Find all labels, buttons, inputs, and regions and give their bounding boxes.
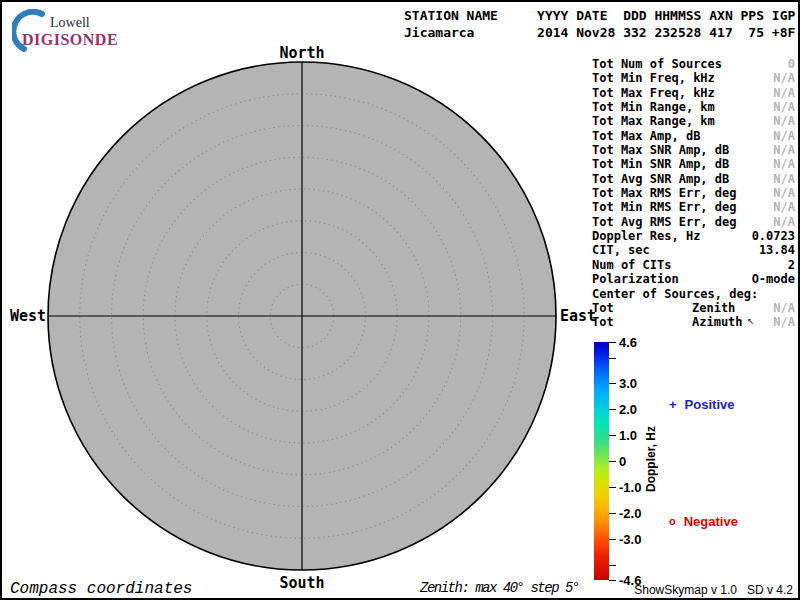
compass-label-north: North bbox=[279, 44, 324, 62]
colorbar-axis-title: Doppler, Hz bbox=[644, 426, 658, 492]
stat-row: Doppler Res, Hz0.0723 bbox=[592, 229, 795, 243]
colorbar-tick bbox=[609, 539, 616, 540]
stat-row: Tot Avg RMS Err, degN/A bbox=[592, 215, 795, 229]
negative-doppler-legend: oNegative bbox=[669, 514, 738, 529]
stat-row: Tot Avg SNR Amp, dBN/A bbox=[592, 172, 795, 186]
mouse-cursor: ↖ bbox=[747, 313, 754, 327]
stat-row: Tot Min SNR Amp, dBN/A bbox=[592, 157, 795, 171]
skymap-polar-plot bbox=[2, 2, 602, 600]
stat-row: Tot Max Range, kmN/A bbox=[592, 114, 795, 128]
colorbar-tick-label: -3.0 bbox=[619, 532, 641, 546]
colorbar-tick-label: 0 bbox=[619, 454, 626, 468]
colorbar-tick-label: 4.6 bbox=[619, 335, 637, 349]
colorbar-tick bbox=[609, 513, 616, 514]
colorbar-tick-label: -2.0 bbox=[619, 506, 641, 520]
zenith-range-note: Zenith: max 40° step 5° bbox=[420, 580, 579, 596]
stat-row: CIT, sec13.84 bbox=[592, 243, 795, 257]
colorbar-tick bbox=[609, 409, 616, 410]
plus-icon: + bbox=[669, 397, 677, 412]
stat-row: Num of CITs2 bbox=[592, 258, 795, 272]
stat-row: Tot Max Amp, dBN/A bbox=[592, 129, 795, 143]
doppler-colorbar bbox=[594, 342, 609, 580]
circle-icon: o bbox=[669, 515, 676, 527]
positive-doppler-legend: +Positive bbox=[669, 397, 734, 412]
colorbar-tick bbox=[609, 383, 616, 384]
stat-row: PolarizationO-mode bbox=[592, 272, 795, 286]
stat-row: TotAzimuthN/A bbox=[592, 315, 795, 329]
stat-row: Tot Max Freq, kHzN/A bbox=[592, 86, 795, 100]
software-version: ShowSkymap v 1.0 SD v 4.2 bbox=[634, 583, 793, 597]
compass-label-east: East bbox=[560, 307, 596, 325]
stat-row: Tot Max SNR Amp, dBN/A bbox=[592, 143, 795, 157]
colorbar-tick bbox=[609, 358, 616, 359]
stat-row: Tot Num of Sources0 bbox=[592, 57, 795, 71]
colorbar-tick bbox=[609, 580, 616, 581]
colorbar-tick bbox=[609, 342, 616, 343]
measurement-stats-panel: Tot Num of Sources0 Tot Min Freq, kHzN/A… bbox=[592, 57, 795, 330]
colorbar-tick-label: 1.0 bbox=[619, 428, 637, 442]
colorbar-tick bbox=[609, 487, 616, 488]
coordinates-mode-note: Compass coordinates bbox=[10, 580, 192, 598]
compass-label-south: South bbox=[279, 574, 324, 592]
stat-row: TotZenithN/A bbox=[592, 301, 795, 315]
stat-row: Center of Sources, deg: bbox=[592, 287, 795, 301]
stat-row: Tot Min Freq, kHzN/A bbox=[592, 71, 795, 85]
colorbar-tick-label: 3.0 bbox=[619, 376, 637, 390]
stat-row: Tot Min RMS Err, degN/A bbox=[592, 200, 795, 214]
colorbar-tick bbox=[609, 435, 616, 436]
stat-row: Tot Max RMS Err, degN/A bbox=[592, 186, 795, 200]
colorbar-tick-label: -1.0 bbox=[619, 480, 641, 494]
stat-row: Tot Min Range, kmN/A bbox=[592, 100, 795, 114]
compass-label-west: West bbox=[2, 307, 46, 325]
colorbar-tick bbox=[609, 461, 616, 462]
showskymap-window: Lowell DIGISONDE STATION NAME YYYY DATE … bbox=[0, 0, 800, 600]
colorbar-tick bbox=[609, 565, 616, 566]
colorbar-tick-label: 2.0 bbox=[619, 402, 637, 416]
